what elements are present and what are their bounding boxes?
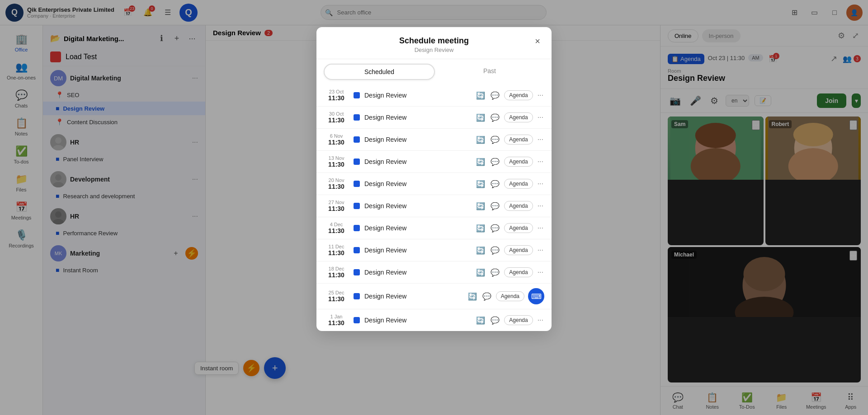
meeting-color-2 xyxy=(354,136,360,143)
meeting-color-7 xyxy=(354,247,360,253)
meeting-name-7: Design Review xyxy=(364,247,471,254)
meeting-agenda-btn-5[interactable]: Agenda xyxy=(504,201,533,211)
meeting-more-btn-3[interactable]: ··· xyxy=(537,157,544,167)
meeting-agenda-btn-4[interactable]: Agenda xyxy=(504,179,533,189)
meeting-keyboard-btn-9[interactable]: ⌨ xyxy=(528,288,544,304)
meeting-agenda-btn-8[interactable]: Agenda xyxy=(504,267,533,277)
meeting-repeat-btn-2[interactable]: 🔄 xyxy=(475,135,486,145)
meeting-date-1: 30 Oct 11:30 xyxy=(324,111,349,124)
meeting-repeat-btn-3[interactable]: 🔄 xyxy=(475,157,486,167)
meeting-more-btn-0[interactable]: ··· xyxy=(537,90,544,100)
meeting-row-1: 30 Oct 11:30 Design Review 🔄 💬 Agenda ··… xyxy=(316,107,552,129)
meeting-chat-btn-2[interactable]: 💬 xyxy=(490,135,500,145)
meeting-row-4: 20 Nov 11:30 Design Review 🔄 💬 Agenda ··… xyxy=(316,173,552,195)
meeting-chat-btn-8[interactable]: 💬 xyxy=(490,267,500,278)
meeting-chat-btn-7[interactable]: 💬 xyxy=(490,245,500,256)
meeting-agenda-btn-0[interactable]: Agenda xyxy=(504,90,533,100)
meeting-name-5: Design Review xyxy=(364,202,471,210)
meeting-more-btn-6[interactable]: ··· xyxy=(537,223,544,233)
meeting-repeat-btn-8[interactable]: 🔄 xyxy=(475,267,486,278)
meeting-row-3: 13 Nov 11:30 Design Review 🔄 💬 Agenda ··… xyxy=(316,151,552,173)
meeting-color-8 xyxy=(354,269,360,275)
meeting-actions-9: 🔄 💬 Agenda ⌨ xyxy=(467,288,544,304)
schedule-meeting-modal: Schedule meeting Design Review × Schedul… xyxy=(316,27,552,331)
meeting-actions-0: 🔄 💬 Agenda ··· xyxy=(475,90,544,101)
meeting-chat-btn-9[interactable]: 💬 xyxy=(481,291,492,302)
meeting-chat-btn-3[interactable]: 💬 xyxy=(490,157,500,167)
meeting-date-6: 4 Dec 11:30 xyxy=(324,222,349,234)
meeting-row-8: 18 Dec 11:30 Design Review 🔄 💬 Agenda ··… xyxy=(316,261,552,284)
meeting-repeat-btn-1[interactable]: 🔄 xyxy=(475,112,486,123)
modal-tab-scheduled[interactable]: Scheduled xyxy=(324,64,435,80)
meeting-agenda-btn-3[interactable]: Agenda xyxy=(504,157,533,167)
meeting-date-3: 13 Nov 11:30 xyxy=(324,155,349,168)
meeting-row-7: 11 Dec 11:30 Design Review 🔄 💬 Agenda ··… xyxy=(316,239,552,261)
modal-subtitle: Design Review xyxy=(326,47,542,53)
meeting-repeat-btn-6[interactable]: 🔄 xyxy=(475,223,486,233)
meeting-date-9: 25 Dec 11:30 xyxy=(324,290,349,303)
meeting-chat-btn-5[interactable]: 💬 xyxy=(490,201,500,211)
meeting-name-8: Design Review xyxy=(364,269,471,276)
meeting-actions-5: 🔄 💬 Agenda ··· xyxy=(475,201,544,211)
meeting-more-btn-5[interactable]: ··· xyxy=(537,201,544,211)
meeting-name-0: Design Review xyxy=(364,92,471,99)
meeting-row-6: 4 Dec 11:30 Design Review 🔄 💬 Agenda ··· xyxy=(316,217,552,239)
meeting-row-10: 1 Jan 11:30 Design Review 🔄 💬 Agenda ··· xyxy=(316,309,552,331)
meeting-agenda-btn-7[interactable]: Agenda xyxy=(504,245,533,255)
meeting-name-1: Design Review xyxy=(364,114,471,121)
meeting-name-9: Design Review xyxy=(364,293,462,300)
modal-title: Schedule meeting xyxy=(326,36,542,46)
modal-tab-past[interactable]: Past xyxy=(435,64,544,80)
modal-body: 23 Oct 11:30 Design Review 🔄 💬 Agenda ··… xyxy=(316,84,552,331)
meeting-row-5: 27 Nov 11:30 Design Review 🔄 💬 Agenda ··… xyxy=(316,195,552,217)
meeting-chat-btn-6[interactable]: 💬 xyxy=(490,223,500,233)
meeting-color-0 xyxy=(354,92,360,98)
meeting-name-6: Design Review xyxy=(364,224,471,232)
meeting-actions-7: 🔄 💬 Agenda ··· xyxy=(475,245,544,256)
meeting-agenda-btn-6[interactable]: Agenda xyxy=(504,223,533,233)
meeting-more-btn-1[interactable]: ··· xyxy=(537,112,544,122)
modal-tabs: Scheduled Past xyxy=(316,59,552,84)
meeting-actions-2: 🔄 💬 Agenda ··· xyxy=(475,135,544,145)
meeting-name-3: Design Review xyxy=(364,158,471,165)
meeting-actions-8: 🔄 💬 Agenda ··· xyxy=(475,267,544,278)
meeting-repeat-btn-9[interactable]: 🔄 xyxy=(467,291,478,302)
meeting-row-9: 25 Dec 11:30 Design Review 🔄 💬 Agenda ⌨ xyxy=(316,284,552,309)
meeting-date-7: 11 Dec 11:30 xyxy=(324,244,349,256)
meeting-more-btn-8[interactable]: ··· xyxy=(537,267,544,277)
meeting-date-4: 20 Nov 11:30 xyxy=(324,177,349,190)
meeting-more-btn-7[interactable]: ··· xyxy=(537,245,544,255)
modal-header: Schedule meeting Design Review × xyxy=(316,27,552,59)
meeting-agenda-btn-1[interactable]: Agenda xyxy=(504,112,533,122)
meeting-repeat-btn-10[interactable]: 🔄 xyxy=(475,315,486,326)
meeting-agenda-btn-2[interactable]: Agenda xyxy=(504,135,533,145)
meeting-chat-btn-1[interactable]: 💬 xyxy=(490,112,500,123)
meeting-name-10: Design Review xyxy=(364,317,471,324)
meeting-repeat-btn-7[interactable]: 🔄 xyxy=(475,245,486,256)
meeting-date-0: 23 Oct 11:30 xyxy=(324,89,349,102)
meeting-agenda-btn-9[interactable]: Agenda xyxy=(496,291,524,301)
meeting-actions-4: 🔄 💬 Agenda ··· xyxy=(475,179,544,189)
meeting-chat-btn-10[interactable]: 💬 xyxy=(490,315,500,326)
meeting-chat-btn-0[interactable]: 💬 xyxy=(490,90,500,101)
meeting-actions-1: 🔄 💬 Agenda ··· xyxy=(475,112,544,123)
meeting-date-2: 6 Nov 11:30 xyxy=(324,133,349,146)
meeting-repeat-btn-0[interactable]: 🔄 xyxy=(475,90,486,101)
modal-close-btn[interactable]: × xyxy=(531,34,544,48)
meeting-repeat-btn-4[interactable]: 🔄 xyxy=(475,179,486,189)
meeting-color-3 xyxy=(354,159,360,165)
meeting-repeat-btn-5[interactable]: 🔄 xyxy=(475,201,486,211)
meeting-more-btn-10[interactable]: ··· xyxy=(537,315,544,325)
meeting-more-btn-4[interactable]: ··· xyxy=(537,179,544,189)
meeting-chat-btn-4[interactable]: 💬 xyxy=(490,179,500,189)
meeting-actions-10: 🔄 💬 Agenda ··· xyxy=(475,315,544,326)
meeting-row-0: 23 Oct 11:30 Design Review 🔄 💬 Agenda ··… xyxy=(316,84,552,107)
meeting-name-2: Design Review xyxy=(364,136,471,143)
meeting-date-10: 1 Jan 11:30 xyxy=(324,314,349,326)
meeting-row-2: 6 Nov 11:30 Design Review 🔄 💬 Agenda ··· xyxy=(316,129,552,151)
meeting-agenda-btn-10[interactable]: Agenda xyxy=(504,315,533,325)
meeting-color-5 xyxy=(354,203,360,209)
meeting-more-btn-2[interactable]: ··· xyxy=(537,135,544,145)
modal-overlay[interactable]: Schedule meeting Design Review × Schedul… xyxy=(0,0,868,415)
meeting-color-9 xyxy=(354,293,360,299)
